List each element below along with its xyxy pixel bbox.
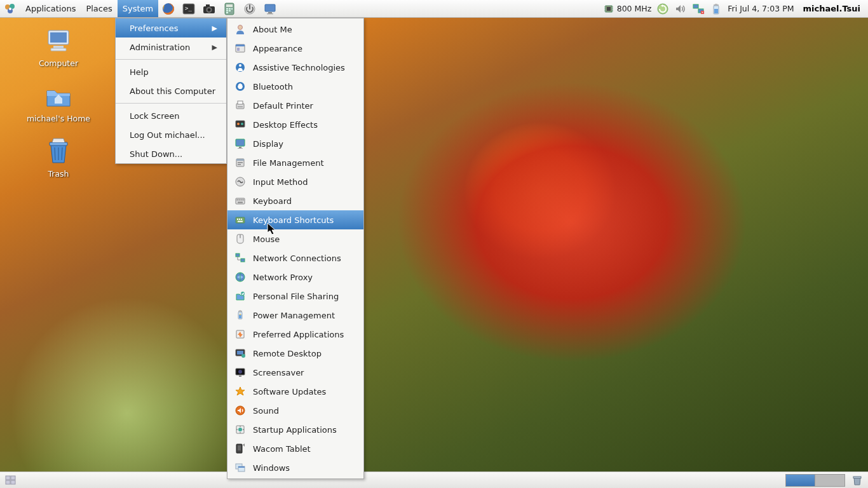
prefs-item-keyboard-shortcuts[interactable]: Keyboard Shortcuts — [227, 210, 363, 229]
prefs-item-sound[interactable]: Sound — [227, 401, 363, 420]
prefs-item-mouse[interactable]: Mouse — [227, 229, 363, 248]
prefs-item-personal-file-sharing[interactable]: Personal File Sharing — [227, 287, 363, 306]
svg-rect-82 — [241, 259, 245, 262]
network-tray-icon[interactable] — [692, 3, 705, 15]
prefs-item-default-printer[interactable]: Default Printer — [227, 96, 363, 115]
svg-rect-30 — [267, 13, 273, 15]
svg-rect-81 — [236, 254, 240, 257]
calculator-launcher-icon[interactable] — [222, 1, 237, 17]
terminal-launcher-icon[interactable]: >_ — [181, 1, 196, 17]
prefs-item-label: About Me — [253, 25, 292, 34]
prefs-item-desktop-effects[interactable]: Desktop Effects — [227, 115, 363, 134]
svg-point-95 — [238, 370, 242, 374]
clock-applet[interactable]: Fri Jul 4, 7:03 PM — [728, 4, 794, 13]
prefs-item-software-updates[interactable]: Software Updates — [227, 382, 363, 401]
svg-rect-50 — [237, 48, 240, 51]
monitor-launcher-icon[interactable] — [262, 1, 278, 17]
prefs-item-label: Assistive Technologies — [253, 63, 345, 72]
system-menu-logout[interactable]: Log Out michael... — [116, 125, 226, 144]
panel-trash-icon[interactable] — [850, 473, 864, 487]
sound-icon — [234, 404, 247, 417]
svg-rect-64 — [236, 159, 244, 161]
prefs-item-wacom-tablet[interactable]: Wacom Tablet — [227, 439, 363, 458]
system-menu-lock[interactable]: Lock Screen — [116, 106, 226, 125]
software-updates-icon — [234, 385, 247, 398]
prefs-item-screensaver[interactable]: Screensaver — [227, 363, 363, 382]
svg-text:>_: >_ — [185, 5, 192, 11]
desktop-icon-computer[interactable]: Computer — [20, 25, 97, 68]
prefs-item-label: Personal File Sharing — [253, 292, 339, 301]
prefs-item-label: Preferred Applications — [253, 330, 344, 339]
system-menu-about[interactable]: About this Computer — [116, 81, 226, 100]
svg-rect-68 — [236, 198, 245, 204]
svg-rect-23 — [231, 8, 233, 10]
prefs-item-bluetooth[interactable]: Bluetooth — [227, 77, 363, 96]
update-tray-icon[interactable] — [656, 3, 669, 15]
workspace-2[interactable] — [815, 475, 844, 486]
prefs-item-network-connections[interactable]: Network Connections — [227, 248, 363, 268]
power-management-icon — [234, 309, 247, 322]
svg-rect-60 — [236, 139, 245, 146]
system-menu-help[interactable]: Help — [116, 62, 226, 81]
power-launcher-icon[interactable] — [242, 1, 257, 17]
prefs-item-remote-desktop[interactable]: Remote Desktop — [227, 344, 363, 363]
show-desktop-button[interactable] — [4, 474, 18, 487]
screensaver-icon — [234, 366, 247, 379]
menu-system[interactable]: System — [118, 0, 158, 17]
prefs-item-label: Startup Applications — [253, 425, 337, 435]
battery-tray-icon[interactable] — [710, 3, 722, 15]
desktop-icon-trash[interactable]: Trash — [20, 136, 97, 179]
prefs-item-power-management[interactable]: Power Management — [227, 306, 363, 325]
firefox-launcher-icon[interactable] — [161, 1, 176, 17]
windows-icon — [234, 461, 247, 474]
prefs-item-input-method[interactable]: Input Method — [227, 172, 363, 191]
cpu-freq-applet[interactable]: 800 MHz — [602, 3, 652, 15]
prefs-item-file-management[interactable]: File Management — [227, 153, 363, 172]
menu-applications[interactable]: Applications — [20, 0, 81, 17]
svg-rect-104 — [238, 466, 245, 468]
prefs-item-about-me[interactable]: About Me — [227, 20, 363, 39]
svg-rect-46 — [714, 9, 718, 13]
about-me-icon — [234, 23, 247, 36]
system-menu-administration[interactable]: Administration ▶ — [116, 37, 226, 57]
volume-tray-icon[interactable] — [674, 3, 687, 15]
prefs-item-preferred-applications[interactable]: Preferred Applications — [227, 325, 363, 344]
prefs-item-label: Desktop Effects — [253, 120, 318, 130]
svg-rect-80 — [240, 235, 241, 238]
prefs-item-label: Bluetooth — [253, 82, 293, 92]
system-menu-shutdown[interactable]: Shut Down... — [116, 144, 226, 163]
svg-rect-49 — [236, 44, 245, 46]
svg-rect-24 — [226, 10, 228, 11]
desktop-icon-home[interactable]: michael's Home — [20, 81, 97, 123]
system-menu-preferences[interactable]: Preferences ▶ — [116, 18, 226, 37]
user-menu[interactable]: michael.Tsui — [799, 4, 864, 13]
menu-places[interactable]: Places — [81, 0, 117, 17]
svg-rect-25 — [229, 10, 231, 11]
camera-launcher-icon[interactable] — [201, 1, 217, 17]
workspace-switcher[interactable] — [785, 474, 845, 487]
svg-rect-106 — [11, 476, 15, 480]
svg-rect-70 — [239, 200, 240, 201]
svg-rect-71 — [241, 200, 242, 201]
prefs-item-appearance[interactable]: Appearance — [227, 39, 363, 58]
prefs-item-label: Windows — [253, 463, 290, 473]
svg-rect-69 — [237, 200, 238, 201]
panel-left: Applications Places System >_ — [0, 0, 280, 17]
prefs-item-windows[interactable]: Windows — [227, 458, 363, 477]
svg-rect-29 — [268, 12, 272, 13]
svg-point-47 — [238, 25, 243, 30]
prefs-item-assistive-technologies[interactable]: Assistive Technologies — [227, 58, 363, 77]
distro-logo-icon[interactable] — [3, 1, 18, 17]
prefs-item-network-proxy[interactable]: Network Proxy — [227, 268, 363, 287]
menu-item-label: Shut Down... — [130, 149, 182, 159]
svg-point-52 — [239, 64, 241, 67]
prefs-item-keyboard[interactable]: Keyboard — [227, 191, 363, 210]
prefs-item-startup-applications[interactable]: Startup Applications — [227, 420, 363, 439]
prefs-item-label: Network Proxy — [253, 273, 313, 282]
prefs-item-label: Software Updates — [253, 387, 326, 396]
bluetooth-icon — [234, 80, 247, 93]
workspace-1[interactable] — [786, 475, 815, 486]
menu-item-label: Lock Screen — [130, 111, 179, 121]
prefs-item-display[interactable]: Display — [227, 134, 363, 153]
svg-rect-75 — [237, 219, 238, 220]
